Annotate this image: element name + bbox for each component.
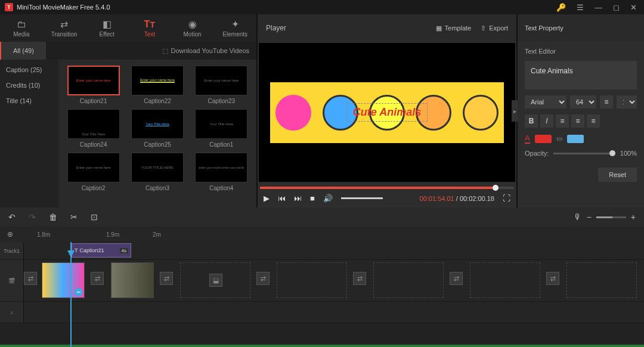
preview-canvas: Cute Animals xyxy=(270,82,504,143)
text-track-body[interactable]: T Caption21 4s xyxy=(24,242,644,259)
line-spacing-icon[interactable]: ≡ xyxy=(600,95,613,109)
stop-button[interactable]: ■ xyxy=(310,194,315,203)
redo-button[interactable]: ↷ xyxy=(29,212,36,222)
text-color-icon[interactable]: A xyxy=(525,134,530,144)
transition-slot[interactable]: ⇄ xyxy=(450,272,463,285)
play-button[interactable]: ▶ xyxy=(264,194,270,203)
next-frame-button[interactable]: ⏭ xyxy=(294,194,302,203)
volume-slider[interactable] xyxy=(341,197,383,199)
tab-media[interactable]: 🗀Media xyxy=(0,14,43,42)
video-track-body[interactable]: ⇄ ✂ ⇄ ⇄ ⬓ ⇄ ⇄ ⇄ ⇄ xyxy=(24,260,644,301)
zoom-out-button[interactable]: − xyxy=(587,212,592,222)
align-right-button[interactable]: ≡ xyxy=(587,114,600,128)
template-button[interactable]: ▦Template xyxy=(436,24,472,32)
transition-slot[interactable]: ⇄ xyxy=(160,272,173,285)
license-key-icon[interactable]: 🔑 xyxy=(554,2,568,13)
close-icon[interactable]: ✕ xyxy=(628,2,639,13)
tab-motion[interactable]: ◉Motion xyxy=(171,14,214,42)
expand-handle[interactable]: ▸ xyxy=(512,100,518,122)
cat-credits[interactable]: Credits (10) xyxy=(0,78,58,93)
transition-slot[interactable]: ⇄ xyxy=(24,272,37,285)
size-select[interactable]: 64 xyxy=(570,95,596,109)
tab-elements[interactable]: ✦Elements xyxy=(213,14,256,42)
main-tabs: 🗀Media ⇄Transition ◧Effect TᴛText ◉Motio… xyxy=(0,14,256,42)
add-media-icon[interactable]: ⬓ xyxy=(209,274,222,287)
transition-slot[interactable]: ⇄ xyxy=(256,272,270,285)
add-track-button[interactable]: ⊕ xyxy=(5,229,16,240)
thumb-label: Caption23 xyxy=(208,98,236,104)
thumb-caption24[interactable]: Your Title HereCaption24 xyxy=(63,109,123,148)
timeline-ruler[interactable]: ⊕ 1.8m 1.9m 2m xyxy=(0,227,644,242)
transition-slot[interactable]: ⇄ xyxy=(546,272,559,285)
subtab-all[interactable]: All (49) xyxy=(0,42,46,60)
text-overlay[interactable]: Cute Animals xyxy=(346,103,428,122)
opacity-handle[interactable] xyxy=(609,150,615,156)
stroke-color-swatch[interactable] xyxy=(567,135,584,143)
thumb-caption4[interactable]: enter your words enter your wordsCaption… xyxy=(191,153,252,191)
download-youtube-link[interactable]: ⬚Download YouTube Videos xyxy=(162,47,250,55)
video-clip-1[interactable]: ✂ xyxy=(42,262,85,298)
bold-button[interactable]: B xyxy=(525,114,538,128)
undo-button[interactable]: ↶ xyxy=(8,212,16,222)
crop-button[interactable]: ⊡ xyxy=(91,212,98,222)
reset-button[interactable]: Reset xyxy=(598,168,637,182)
text-input[interactable]: Cute Animals xyxy=(525,61,637,89)
maximize-icon[interactable]: ◻ xyxy=(611,2,622,13)
line-select[interactable]: 1 xyxy=(617,95,637,109)
menu-icon[interactable]: ☰ xyxy=(574,2,586,13)
delete-button[interactable]: 🗑 xyxy=(49,212,57,222)
prev-frame-button[interactable]: ⏮ xyxy=(278,194,286,203)
export-button[interactable]: ⇧Export xyxy=(481,24,508,32)
volume-icon[interactable]: 🔊 xyxy=(323,194,333,203)
text-clip[interactable]: T Caption21 4s xyxy=(72,243,131,258)
template-label: Template xyxy=(445,24,472,32)
player-panel: Player ▦Template ⇧Export Cute Animals ▶ xyxy=(258,14,518,207)
thumb-caption21[interactable]: Enter your name hereCaption21 xyxy=(63,66,123,104)
thumb-hint: Your Title Here xyxy=(82,132,105,136)
transition-slot[interactable]: ⇄ xyxy=(91,272,104,285)
thumb-caption1[interactable]: Your Title HereCaption1 xyxy=(191,109,252,148)
video-clip-2[interactable] xyxy=(111,262,154,298)
thumb-label: Caption21 xyxy=(80,98,107,104)
fullscreen-button[interactable]: ⛶ xyxy=(503,194,510,203)
time-total: 00:02:00.18 xyxy=(460,195,494,202)
tab-effect[interactable]: ◧Effect xyxy=(85,14,128,42)
mic-icon[interactable]: 🎙 xyxy=(574,212,582,222)
italic-button[interactable]: I xyxy=(540,114,553,128)
align-left-button[interactable]: ≡ xyxy=(556,114,569,128)
minimize-icon[interactable]: — xyxy=(592,2,605,13)
cat-title[interactable]: Title (14) xyxy=(0,93,58,109)
thumb-caption3[interactable]: YOUR TITLE HERECaption3 xyxy=(127,153,187,191)
fill-color-swatch[interactable] xyxy=(535,135,552,143)
export-icon: ⇧ xyxy=(481,24,486,32)
empty-slot[interactable] xyxy=(373,262,444,298)
align-center-button[interactable]: ≡ xyxy=(571,114,584,128)
preview-area[interactable]: Cute Animals xyxy=(259,43,515,182)
cat-caption[interactable]: Caption (25) xyxy=(0,62,58,78)
empty-slot[interactable] xyxy=(277,262,347,298)
split-button[interactable]: ✂ xyxy=(70,212,78,222)
zoom-slider[interactable] xyxy=(596,216,626,218)
track-head-audio: ♪ xyxy=(0,302,24,323)
playhead[interactable] xyxy=(70,242,72,347)
category-list: Caption (25) Credits (10) Title (14) xyxy=(0,60,58,207)
ruler-mark: 1.8m xyxy=(37,231,50,238)
zoom-in-button[interactable]: + xyxy=(631,212,636,222)
time-current: 00:01:54.01 xyxy=(420,195,454,202)
empty-slot[interactable]: ⬓ xyxy=(180,262,250,298)
empty-slot[interactable] xyxy=(566,262,637,298)
thumb-caption23[interactable]: Enter your name hereCaption23 xyxy=(191,66,252,104)
thumb-caption22[interactable]: Enter your name hereCaption22 xyxy=(127,66,187,104)
thumb-caption25[interactable]: Your Title HereCaption25 xyxy=(127,109,187,148)
empty-slot[interactable] xyxy=(470,262,540,298)
stroke-icon[interactable]: ▭ xyxy=(556,135,562,142)
tab-transition[interactable]: ⇄Transition xyxy=(43,14,86,42)
opacity-slider[interactable] xyxy=(553,153,615,154)
timeline: ↶ ↷ 🗑 ✂ ⊡ 🎙 − + ⊕ 1.8m 1.9m 2m Track1 T … xyxy=(0,207,644,347)
audio-track-body[interactable] xyxy=(24,302,644,323)
transition-slot[interactable]: ⇄ xyxy=(353,272,366,285)
seek-bar[interactable] xyxy=(260,187,514,189)
tab-text[interactable]: TᴛText xyxy=(128,14,171,42)
font-select[interactable]: Arial xyxy=(525,95,566,109)
thumb-caption2[interactable]: Enter your name hereCaption2 xyxy=(63,153,123,191)
